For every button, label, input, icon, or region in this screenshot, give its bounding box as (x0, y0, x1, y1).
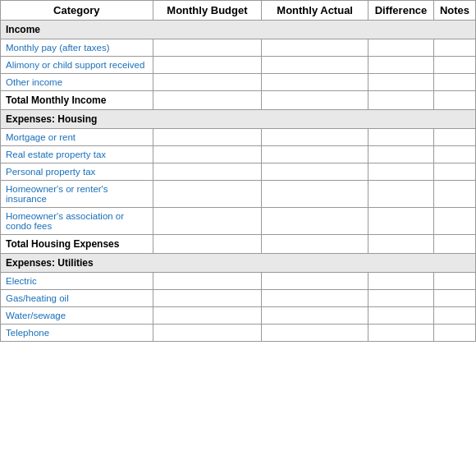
value-cell-1[interactable] (262, 307, 368, 325)
value-cell-3[interactable] (433, 74, 475, 91)
category-cell: Homeowner's or renter's insurance (1, 181, 153, 208)
value-cell-1[interactable] (262, 74, 368, 91)
value-cell-1[interactable] (262, 129, 368, 146)
value-cell-0[interactable] (153, 290, 262, 307)
total-cell-1[interactable] (262, 235, 368, 254)
value-cell-3[interactable] (433, 39, 475, 57)
value-cell-2[interactable] (368, 146, 434, 163)
value-cell-0[interactable] (153, 163, 262, 181)
value-cell-0[interactable] (153, 181, 262, 208)
total-cell-0[interactable] (153, 91, 262, 110)
section-header-label: Expenses: Utilities (1, 254, 476, 273)
total-cell-1[interactable] (262, 91, 368, 110)
category-cell: Electric (1, 273, 153, 290)
value-cell-3[interactable] (433, 129, 475, 146)
table-row-income-header: Income (1, 21, 476, 39)
value-cell-1[interactable] (262, 163, 368, 181)
table-row-monthly-pay: Monthly pay (after taxes) (1, 39, 476, 57)
value-cell-3[interactable] (433, 163, 475, 181)
total-cell-0[interactable] (153, 235, 262, 254)
value-cell-0[interactable] (153, 74, 262, 91)
category-cell: Homeowner's association or condo fees (1, 208, 153, 235)
category-cell: Real estate property tax (1, 146, 153, 163)
table-header-row: Category Monthly Budget Monthly Actual D… (1, 1, 476, 21)
value-cell-1[interactable] (262, 208, 368, 235)
value-cell-3[interactable] (433, 273, 475, 290)
total-label: Total Housing Expenses (1, 235, 153, 254)
value-cell-2[interactable] (368, 307, 434, 325)
value-cell-1[interactable] (262, 146, 368, 163)
value-cell-2[interactable] (368, 74, 434, 91)
table-row-gas-heating: Gas/heating oil (1, 290, 476, 307)
section-header-label: Income (1, 21, 476, 39)
budget-table: Category Monthly Budget Monthly Actual D… (0, 0, 476, 342)
table-row-expenses-housing-header: Expenses: Housing (1, 110, 476, 129)
category-cell: Other income (1, 74, 153, 91)
table-row-telephone: Telephone (1, 325, 476, 342)
category-cell: Gas/heating oil (1, 290, 153, 307)
table-row-total-monthly-income: Total Monthly Income (1, 91, 476, 110)
value-cell-1[interactable] (262, 57, 368, 74)
category-cell: Alimony or child support received (1, 57, 153, 74)
value-cell-0[interactable] (153, 325, 262, 342)
value-cell-2[interactable] (368, 208, 434, 235)
value-cell-2[interactable] (368, 273, 434, 290)
value-cell-3[interactable] (433, 290, 475, 307)
category-cell: Personal property tax (1, 163, 153, 181)
value-cell-2[interactable] (368, 325, 434, 342)
table-row-real-estate-tax: Real estate property tax (1, 146, 476, 163)
value-cell-0[interactable] (153, 129, 262, 146)
category-cell: Telephone (1, 325, 153, 342)
value-cell-3[interactable] (433, 307, 475, 325)
value-cell-2[interactable] (368, 163, 434, 181)
table-row-expenses-utilities-header: Expenses: Utilities (1, 254, 476, 273)
table-row-hoa-fees: Homeowner's association or condo fees (1, 208, 476, 235)
value-cell-3[interactable] (433, 181, 475, 208)
table-row-personal-property-tax: Personal property tax (1, 163, 476, 181)
table-row-homeowners-insurance: Homeowner's or renter's insurance (1, 181, 476, 208)
category-cell: Water/sewage (1, 307, 153, 325)
value-cell-3[interactable] (433, 325, 475, 342)
header-category: Category (1, 1, 153, 21)
value-cell-1[interactable] (262, 325, 368, 342)
total-cell-2[interactable] (368, 91, 434, 110)
table-row-alimony: Alimony or child support received (1, 57, 476, 74)
total-label: Total Monthly Income (1, 91, 153, 110)
value-cell-2[interactable] (368, 129, 434, 146)
table-row-water-sewage: Water/sewage (1, 307, 476, 325)
value-cell-0[interactable] (153, 57, 262, 74)
value-cell-3[interactable] (433, 146, 475, 163)
value-cell-1[interactable] (262, 273, 368, 290)
section-header-label: Expenses: Housing (1, 110, 476, 129)
total-cell-3[interactable] (433, 91, 475, 110)
value-cell-1[interactable] (262, 39, 368, 57)
category-cell: Mortgage or rent (1, 129, 153, 146)
value-cell-2[interactable] (368, 290, 434, 307)
value-cell-2[interactable] (368, 57, 434, 74)
header-monthly-budget: Monthly Budget (153, 1, 262, 21)
value-cell-2[interactable] (368, 39, 434, 57)
value-cell-0[interactable] (153, 146, 262, 163)
value-cell-2[interactable] (368, 181, 434, 208)
table-row-mortgage-rent: Mortgage or rent (1, 129, 476, 146)
value-cell-3[interactable] (433, 57, 475, 74)
table-row-total-housing-expenses: Total Housing Expenses (1, 235, 476, 254)
value-cell-0[interactable] (153, 208, 262, 235)
value-cell-1[interactable] (262, 181, 368, 208)
value-cell-1[interactable] (262, 290, 368, 307)
category-cell: Monthly pay (after taxes) (1, 39, 153, 57)
header-notes: Notes (433, 1, 475, 21)
table-row-other-income: Other income (1, 74, 476, 91)
table-row-electric: Electric (1, 273, 476, 290)
value-cell-3[interactable] (433, 208, 475, 235)
header-monthly-actual: Monthly Actual (262, 1, 368, 21)
header-difference: Difference (368, 1, 434, 21)
value-cell-0[interactable] (153, 307, 262, 325)
total-cell-2[interactable] (368, 235, 434, 254)
value-cell-0[interactable] (153, 39, 262, 57)
value-cell-0[interactable] (153, 273, 262, 290)
total-cell-3[interactable] (433, 235, 475, 254)
